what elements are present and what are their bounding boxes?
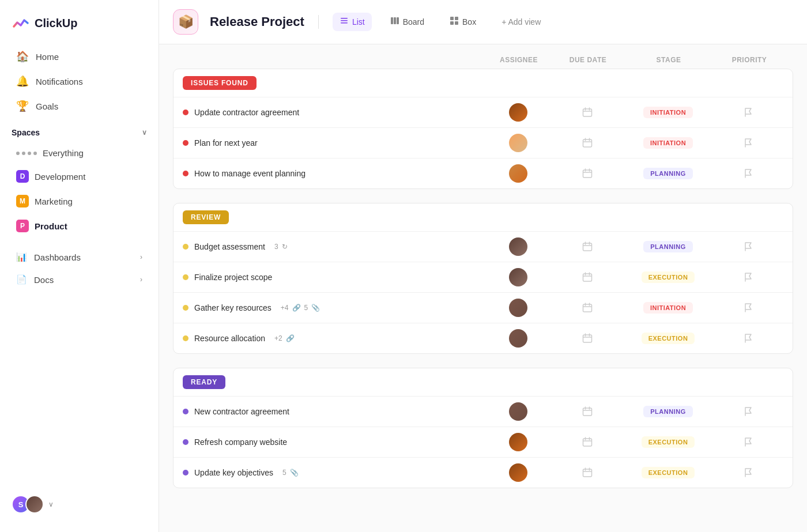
marketing-avatar: M <box>16 195 29 207</box>
stage-cell[interactable]: PLANNING <box>622 168 714 179</box>
task-name-text: Finalize project scope <box>194 273 272 282</box>
due-date-cell[interactable] <box>553 437 622 447</box>
task-name-cell: Plan for next year <box>183 138 484 148</box>
sidebar-item-home[interactable]: 🏠 Home <box>5 44 154 69</box>
sidebar-item-development[interactable]: D Development <box>5 164 154 188</box>
stage-cell[interactable]: PLANNING <box>622 241 714 252</box>
stage-cell[interactable]: INITIATION <box>622 107 714 118</box>
task-name-text: Plan for next year <box>194 138 258 148</box>
svg-rect-2 <box>341 22 348 24</box>
status-badge: PLANNING <box>643 168 692 179</box>
add-view-button[interactable]: + Add view <box>495 14 548 30</box>
assignee-cell <box>484 134 553 152</box>
spaces-chevron-icon[interactable]: ∨ <box>142 129 147 137</box>
task-extra-item: +4 <box>281 304 289 312</box>
status-badge: INITIATION <box>643 137 693 149</box>
task-groups: ISSUES FOUNDUpdate contractor agreementI… <box>173 69 793 488</box>
table-row[interactable]: Resource allocation+2🔗EXECUTION <box>174 323 793 353</box>
svg-rect-6 <box>450 17 454 20</box>
table-row[interactable]: Update contractor agreementINITIATION <box>174 97 793 127</box>
stage-cell[interactable]: EXECUTION <box>622 271 714 283</box>
task-name-text: Refresh company website <box>194 437 287 447</box>
priority-cell[interactable] <box>714 272 783 282</box>
sidebar-item-everything[interactable]: Everything <box>5 142 154 164</box>
bell-icon: 🔔 <box>16 75 29 88</box>
tab-list[interactable]: List <box>333 13 372 31</box>
avatar <box>509 103 527 122</box>
due-date-cell[interactable] <box>553 467 622 478</box>
stage-cell[interactable]: EXECUTION <box>622 436 714 448</box>
stage-cell[interactable]: PLANNING <box>622 406 714 417</box>
sidebar-item-docs[interactable]: 📄 Docs › <box>5 269 154 290</box>
table-row[interactable]: Refresh company websiteEXECUTION <box>174 427 793 457</box>
due-date-cell[interactable] <box>553 242 622 252</box>
priority-cell[interactable] <box>714 467 783 478</box>
calendar-icon <box>582 272 593 282</box>
priority-cell[interactable] <box>714 168 783 179</box>
stage-cell[interactable]: EXECUTION <box>622 467 714 478</box>
sidebar-item-goals[interactable]: 🏆 Goals <box>5 94 154 118</box>
task-extras: 3↻ <box>274 243 288 251</box>
priority-cell[interactable] <box>714 138 783 148</box>
group-badge-ready: READY <box>183 375 225 389</box>
priority-cell[interactable] <box>714 303 783 313</box>
calendar-icon <box>582 168 593 179</box>
status-badge: EXECUTION <box>642 436 695 448</box>
due-date-cell[interactable] <box>553 406 622 417</box>
sidebar: ClickUp 🏠 Home 🔔 Notifications 🏆 Goals S… <box>0 0 159 532</box>
sidebar-item-marketing[interactable]: M Marketing <box>5 189 154 213</box>
task-extra-item: 🔗 <box>292 304 301 312</box>
priority-cell[interactable] <box>714 437 783 447</box>
stage-cell[interactable]: INITIATION <box>622 302 714 314</box>
table-row[interactable]: Finalize project scopeEXECUTION <box>174 262 793 292</box>
due-date-cell[interactable] <box>553 168 622 179</box>
task-extra-item: 3 <box>274 243 278 251</box>
tab-box[interactable]: Box <box>443 13 483 31</box>
docs-chevron-icon: › <box>140 276 142 284</box>
group-review: REVIEWBudget assessment3↻PLANNINGFinaliz… <box>173 203 793 354</box>
list-tab-icon <box>340 16 349 28</box>
flag-icon <box>744 437 753 447</box>
table-column-headers: ASSIGNEE DUE DATE STAGE PRIORITY <box>173 56 793 69</box>
user-menu-chevron-icon[interactable]: ∨ <box>48 500 54 508</box>
table-row[interactable]: New contractor agreementPLANNING <box>174 396 793 427</box>
sidebar-item-marketing-label: Marketing <box>35 197 73 206</box>
priority-cell[interactable] <box>714 242 783 252</box>
docs-icon: 📄 <box>16 274 27 285</box>
due-date-cell[interactable] <box>553 333 622 344</box>
table-row[interactable]: Update key objectives5📎EXECUTION <box>174 457 793 488</box>
task-extra-item: 5 <box>282 469 286 477</box>
table-row[interactable]: Plan for next yearINITIATION <box>174 127 793 158</box>
user-avatars[interactable]: S <box>12 495 44 514</box>
tab-list-label: List <box>352 17 365 27</box>
task-priority-dot <box>183 171 188 176</box>
sidebar-item-dashboards[interactable]: 📊 Dashboards › <box>5 246 154 268</box>
stage-cell[interactable]: EXECUTION <box>622 333 714 344</box>
spaces-header: Spaces ∨ <box>0 119 159 142</box>
due-date-cell[interactable] <box>553 272 622 282</box>
due-date-cell[interactable] <box>553 138 622 148</box>
table-row[interactable]: How to manage event planningPLANNING <box>174 158 793 188</box>
group-header-review: REVIEW <box>174 203 793 231</box>
spaces-list: Everything D Development M Marketing P P… <box>0 142 159 239</box>
col-assignee: ASSIGNEE <box>484 56 553 64</box>
priority-cell[interactable] <box>714 107 783 118</box>
task-extra-item: 📎 <box>311 304 320 312</box>
status-badge: EXECUTION <box>642 467 695 478</box>
priority-cell[interactable] <box>714 406 783 417</box>
due-date-cell[interactable] <box>553 303 622 313</box>
assignee-cell <box>484 329 553 348</box>
table-row[interactable]: Budget assessment3↻PLANNING <box>174 231 793 262</box>
due-date-cell[interactable] <box>553 107 622 118</box>
calendar-icon <box>582 138 593 148</box>
user-avatar-secondary <box>25 495 44 514</box>
priority-cell[interactable] <box>714 333 783 344</box>
task-priority-dot <box>183 305 188 311</box>
col-priority: PRIORITY <box>715 56 784 64</box>
stage-cell[interactable]: INITIATION <box>622 137 714 149</box>
tab-board[interactable]: Board <box>383 13 431 31</box>
sidebar-item-notifications[interactable]: 🔔 Notifications <box>5 69 154 93</box>
table-row[interactable]: Gather key resources+4🔗5📎INITIATION <box>174 292 793 323</box>
sidebar-item-product[interactable]: P Product <box>5 214 154 238</box>
sidebar-item-everything-label: Everything <box>43 148 84 158</box>
